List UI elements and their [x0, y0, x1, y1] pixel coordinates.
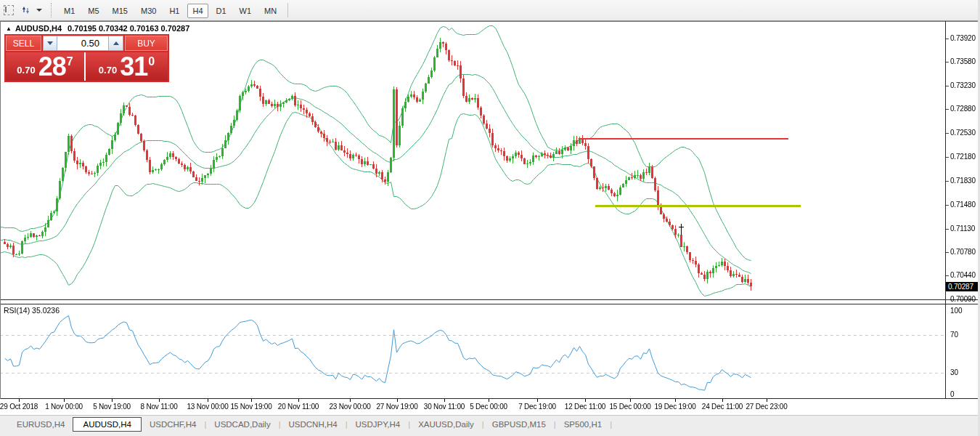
symbol-tab-USDCNH[interactable]: USDCNH,H4: [281, 417, 346, 432]
time-axis-tick: [722, 399, 723, 402]
time-axis-tick: [675, 399, 676, 402]
chart-toolbar: M1M5M15M30H1H4D1W1MN: [0, 0, 980, 21]
chart-symbol-period: AUDUSD,H4: [15, 24, 62, 33]
symbol-tab-AUDUSD[interactable]: AUDUSD,H4: [73, 417, 141, 432]
time-axis-label: 5 Nov 19:00: [93, 403, 131, 411]
sell-button[interactable]: SELL: [6, 36, 41, 51]
price-axis-label: 0.72180: [950, 153, 976, 161]
price-axis-label: 0.72530: [950, 129, 976, 137]
buy-price-pip-digit: 0: [148, 55, 155, 68]
toolbar-separator: [287, 3, 288, 17]
time-axis-label: 19 Dec 19:00: [654, 403, 695, 411]
price-axis-tick: [946, 299, 949, 300]
time-axis-tick: [64, 399, 65, 402]
down-arrow-icon: [47, 41, 53, 45]
price-axis-label: 0.72880: [950, 105, 976, 113]
price-axis-label: 0.71480: [950, 201, 976, 209]
price-axis-label: 0.71130: [950, 225, 975, 233]
price-axis-tick: [946, 205, 949, 206]
dropdown-caret-icon[interactable]: [36, 9, 42, 12]
time-axis-tick: [159, 399, 160, 402]
time-axis-tick: [767, 399, 767, 402]
sell-price-prefix: 0.70: [17, 65, 35, 76]
price-axis-border[interactable]: [945, 21, 946, 399]
timeframe-button-M5[interactable]: M5: [83, 4, 104, 18]
timeframe-button-H4[interactable]: H4: [187, 4, 208, 18]
time-axis-label: 7 Dec 19:00: [518, 403, 556, 411]
timeframe-button-MN[interactable]: MN: [259, 4, 282, 18]
one-click-trading-panel: SELL BUY 0.70 28 7 0.70 31 0: [4, 34, 169, 82]
time-axis-label: 5 Dec 00:00: [470, 403, 507, 411]
buy-button[interactable]: BUY: [125, 36, 168, 51]
timeframe-button-M30[interactable]: M30: [136, 4, 161, 18]
symbol-tab-USDCAD[interactable]: USDCAD,Daily: [206, 417, 278, 432]
volume-decrease-button[interactable]: [43, 36, 57, 51]
timeframe-button-D1[interactable]: D1: [211, 4, 232, 18]
trading-terminal-window: M1M5M15M30H1H4D1W1MN ▲AUDUSD,H40.70195 0…: [0, 0, 980, 436]
time-axis-tick: [251, 399, 252, 402]
rsi-indicator-label: RSI(14) 35.0236: [4, 306, 60, 315]
time-axis-label: 1 Nov 00:00: [45, 403, 83, 411]
price-axis-tick: [946, 229, 949, 230]
symbol-tab-SP500[interactable]: SP500,H1: [556, 417, 610, 432]
time-axis-label: 15 Nov 19:00: [230, 403, 271, 411]
chart-title: ▲AUDUSD,H40.70195 0.70342 0.70163 0.7028…: [6, 24, 189, 33]
current-price-tag: 0.70287: [946, 282, 980, 291]
time-axis-label: 27 Dec 23:00: [746, 403, 787, 411]
sell-price-display[interactable]: 0.70 28 7: [6, 52, 84, 81]
price-axis-tick: [946, 133, 949, 134]
symbol-tab-USDJPY[interactable]: USDJPY,H4: [347, 417, 408, 432]
time-axis-tick: [397, 399, 398, 402]
time-axis-label: 20 Nov 11:00: [278, 403, 319, 411]
time-axis-tick: [298, 399, 299, 402]
timeframe-button-H1[interactable]: H1: [164, 4, 184, 18]
timeframe-button-group: M1M5M15M30H1H4D1W1MN: [57, 4, 283, 17]
symbol-tab-XAUUSD[interactable]: XAUUSD,Daily: [410, 417, 482, 432]
time-axis-tick: [585, 399, 586, 402]
price-axis-tick: [946, 109, 949, 110]
price-axis-tick: [946, 157, 949, 158]
price-axis-label: 0.71830: [950, 177, 976, 185]
timeframe-button-M1[interactable]: M1: [59, 4, 80, 18]
symbol-tab-EURUSD[interactable]: EURUSD,H4: [9, 417, 73, 432]
price-axis-tick: [946, 62, 949, 62]
price-axis-tick: [946, 86, 949, 86]
price-axis-tick: [946, 275, 949, 276]
chart-left-border: [0, 21, 1, 399]
time-axis-tick: [537, 399, 538, 402]
sell-price-pip-digit: 7: [67, 55, 73, 68]
volume-input[interactable]: [57, 36, 108, 51]
time-axis-label: 13 Nov 00:00: [187, 403, 228, 411]
time-axis-label: 24 Dec 11:00: [702, 403, 743, 411]
selection-tool-icon[interactable]: [3, 4, 15, 16]
buy-price-display[interactable]: 0.70 31 0: [86, 52, 168, 81]
time-axis-label: 15 Dec 00:00: [609, 403, 650, 411]
up-arrow-icon: [113, 41, 119, 45]
timeframe-button-W1[interactable]: W1: [234, 4, 257, 18]
rsi-axis-label: 100: [950, 307, 963, 315]
symbol-tab-GBPUSD[interactable]: GBPUSD,M15: [484, 417, 554, 432]
sort-arrows-icon[interactable]: [20, 4, 32, 16]
chart-ohlc-quotes: 0.70195 0.70342 0.70163 0.70287: [68, 24, 189, 33]
symbol-tab-USDCHF[interactable]: USDCHF,H4: [142, 417, 205, 432]
time-axis-label: 29 Oct 2018: [0, 403, 38, 411]
rsi-pane-top-border[interactable]: [0, 304, 979, 304]
price-axis-label: 0.73230: [950, 81, 976, 89]
chart-top-border: [0, 21, 979, 22]
time-axis-tick: [630, 399, 631, 402]
volume-increase-button[interactable]: [108, 36, 123, 51]
price-axis-tick: [946, 181, 949, 182]
main-pane-bottom-border[interactable]: [0, 299, 979, 300]
time-axis-label: 12 Dec 11:00: [565, 403, 605, 411]
price-axis-label: 0.73920: [950, 34, 976, 42]
time-axis-tick: [208, 399, 208, 402]
buy-price-prefix: 0.70: [99, 65, 117, 76]
timeframe-button-M15[interactable]: M15: [107, 4, 133, 18]
buy-price-big-digits: 31: [120, 54, 147, 80]
collapse-panel-icon[interactable]: ▲: [6, 25, 12, 32]
price-axis-label: 0.73580: [950, 57, 976, 65]
rsi-indicator-canvas[interactable]: [0, 304, 979, 398]
time-axis-tick: [489, 399, 489, 402]
rsi-axis-label: 30: [950, 368, 958, 376]
sell-price-big-digits: 28: [38, 54, 66, 80]
